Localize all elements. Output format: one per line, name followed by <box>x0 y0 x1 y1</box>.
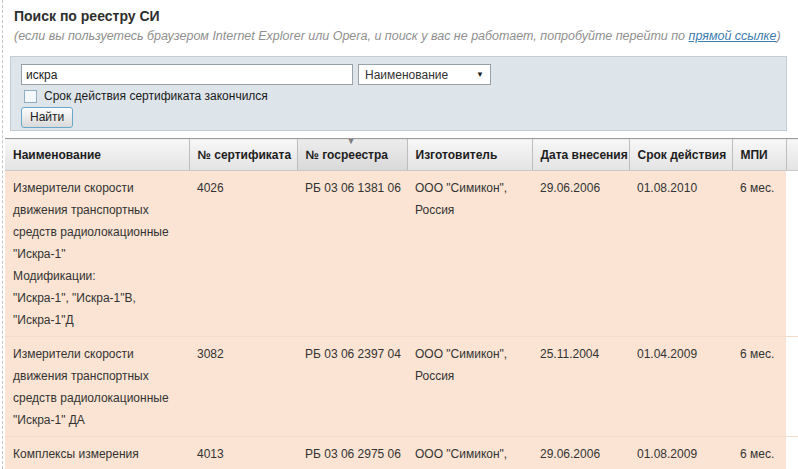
cell-manufacturer: ООО "Симикон", Россия <box>407 337 532 437</box>
column-header-cert-no[interactable]: № сертификата <box>189 139 297 171</box>
direct-link[interactable]: прямой ссылке <box>689 29 777 43</box>
search-form-panel: Наименование ▼ Срок действия сертификата… <box>10 56 787 131</box>
cell-valid-until: 01.04.2009 <box>629 337 732 437</box>
table-header-row: Наименование № сертификата ▼№ госреестра… <box>5 139 798 171</box>
column-header-mpi[interactable]: МПИ <box>732 139 786 171</box>
find-button[interactable]: Найти <box>21 107 73 128</box>
cell-cert-no: 4013 <box>189 437 297 469</box>
column-header-spacer <box>786 139 798 171</box>
cell-name: Комплексы измерения скорости и регистрац… <box>5 437 189 469</box>
page-title: Поиск по реестру СИ <box>14 8 160 24</box>
sort-indicator-icon: ▼ <box>347 139 356 147</box>
cell-spacer <box>786 337 798 437</box>
cell-manufacturer: ООО "Симикон", Россия <box>407 171 532 337</box>
selected-option-label: Наименование <box>365 68 448 82</box>
note-text-suffix: ) <box>776 29 780 43</box>
column-header-valid-until[interactable]: Срок действия <box>629 139 732 171</box>
table-row: Измерители скорости движения транспортны… <box>5 171 798 337</box>
cell-cert-no: 4026 <box>189 171 297 337</box>
results-table: Наименование № сертификата ▼№ госреестра… <box>5 138 798 469</box>
expired-cert-checkbox-label: Срок действия сертификата закончился <box>44 89 268 103</box>
page-left-guide <box>2 0 3 469</box>
cell-spacer <box>786 171 798 337</box>
cell-registry-no: РБ 03 06 2397 04 <box>297 337 407 437</box>
registry-search-page: Поиск по реестру СИ (если вы пользуетесь… <box>0 0 798 469</box>
cell-mpi: 6 мес. <box>732 437 786 469</box>
expired-cert-checkbox[interactable] <box>24 90 37 103</box>
cell-date-added: 29.06.2006 <box>532 171 629 337</box>
cell-name: Измерители скорости движения транспортны… <box>5 171 189 337</box>
search-input[interactable] <box>21 64 353 85</box>
cell-mpi: 6 мес. <box>732 337 786 437</box>
browser-compat-note: (если вы пользуетесь браузером Internet … <box>14 29 781 43</box>
cell-registry-no: РБ 03 06 2975 06 <box>297 437 407 469</box>
cell-spacer <box>786 437 798 469</box>
column-header-date-added[interactable]: Дата внесения <box>532 139 629 171</box>
cell-name: Измерители скорости движения транспортны… <box>5 337 189 437</box>
cell-registry-no: РБ 03 06 1381 06 <box>297 171 407 337</box>
cell-date-added: 25.11.2004 <box>532 337 629 437</box>
cell-cert-no: 3082 <box>189 337 297 437</box>
table-row: Измерители скорости движения транспортны… <box>5 337 798 437</box>
cell-date-added: 29.06.2006 <box>532 437 629 469</box>
search-field-select[interactable]: Наименование ▼ <box>358 64 491 85</box>
column-header-registry-no-label: № госреестра <box>306 148 388 162</box>
cell-manufacturer: ООО "Симикон", Россия <box>407 437 532 469</box>
note-text: (если вы пользуетесь браузером Internet … <box>14 29 689 43</box>
cell-valid-until: 01.08.2010 <box>629 171 732 337</box>
table-row: Комплексы измерения скорости и регистрац… <box>5 437 798 469</box>
cell-mpi: 6 мес. <box>732 171 786 337</box>
chevron-down-icon: ▼ <box>476 70 484 79</box>
cell-valid-until: 01.08.2009 <box>629 437 732 469</box>
column-header-name[interactable]: Наименование <box>5 139 189 171</box>
column-header-registry-no[interactable]: ▼№ госреестра <box>297 139 407 171</box>
column-header-manufacturer[interactable]: Изготовитель <box>407 139 532 171</box>
